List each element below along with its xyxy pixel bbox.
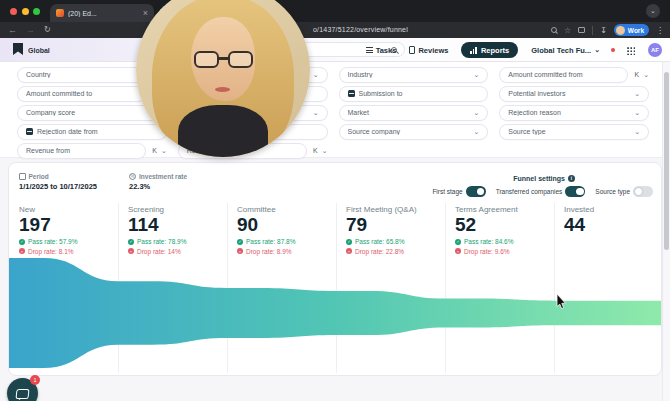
user-avatar[interactable]: AF (648, 43, 662, 57)
nav-reports[interactable]: Reports (461, 42, 518, 58)
filter-cell: Industry⌄ (339, 65, 489, 84)
filter-label: Rejection reason (508, 109, 630, 116)
pass-rate-value: 84.6% (495, 238, 513, 245)
funnel-card: Period 1/1/2025 to 10/17/2025 % Investme… (8, 162, 662, 376)
filter-amount-committed-to[interactable]: Amount committed to (17, 86, 146, 102)
pass-rate-text: Pass rate: 87.8% (246, 238, 296, 245)
filter-submission-to[interactable]: Submission to (339, 86, 489, 102)
toggle-source-type[interactable] (633, 186, 653, 197)
chat-widget-button[interactable]: 1 (7, 378, 38, 401)
filter-source-company[interactable]: Source company⌄ (339, 124, 489, 140)
window-controls[interactable] (10, 8, 40, 15)
fund-selector[interactable]: Global Tech Fu... ⌄ (531, 46, 600, 55)
calendar-icon (26, 128, 33, 135)
funnel-area-chart[interactable] (9, 251, 662, 376)
stage-value: 79 (346, 215, 441, 236)
chevron-down-icon: ⌄ (650, 7, 656, 15)
nav-reviews[interactable]: Reviews (409, 46, 448, 55)
toggle-transferred-companies[interactable] (565, 186, 585, 197)
screen: (20) Ed... × + ⌄ ← → ↻ o/1437/5122/overv… (0, 0, 670, 401)
filter-market[interactable]: Market⌄ (339, 105, 489, 121)
minimize-window-button[interactable] (22, 8, 29, 15)
bookmark-star-icon[interactable]: ☆ (564, 26, 571, 35)
investment-rate-block: % Investment rate 22.3% (129, 173, 187, 191)
toolbar-divider (592, 26, 593, 35)
pass-rate-prefix: Pass rate: (464, 238, 493, 245)
zoom-icon[interactable] (551, 27, 557, 33)
filter-amount-committed-from[interactable]: Amount committed from (499, 67, 628, 83)
filter-rejection-date-from[interactable]: Rejection date from (17, 124, 167, 140)
filter-rejection-reason[interactable]: Rejection reason⌄ (499, 105, 649, 121)
browser-menu-icon[interactable]: ⋮ (656, 26, 664, 35)
filter-revenue-from[interactable]: Revenue from (17, 143, 146, 159)
pass-rate-value: 57.9% (59, 238, 77, 245)
apps-grid-icon[interactable] (626, 46, 635, 55)
funnel-shape[interactable] (9, 258, 662, 368)
setting-label: Transferred companies (496, 188, 563, 195)
toolbar-actions: ☆ ↧ Work ⋮ (551, 22, 664, 38)
page-scrollbar[interactable] (662, 62, 670, 401)
tab-close-icon[interactable]: × (143, 9, 148, 18)
pass-rate-text: Pass rate: 65.8% (355, 238, 405, 245)
pass-rate-text: Pass rate: 84.6% (464, 238, 514, 245)
chevron-down-icon: ⌄ (634, 109, 640, 116)
filter-cell: Source type⌄ (499, 122, 649, 141)
close-window-button[interactable] (10, 8, 17, 15)
filter-label: Company score (26, 109, 148, 116)
tab-search-chevron-icon[interactable]: ⌄ (646, 4, 660, 18)
unit-selector[interactable]: K⌄ (313, 147, 328, 154)
info-icon[interactable]: i (568, 175, 575, 182)
nav-tasks-label: Tasks (376, 46, 397, 55)
reports-chart-icon (470, 47, 477, 54)
filter-label: Source company (348, 128, 470, 135)
stage-value: 52 (455, 215, 550, 236)
funnel-settings-toggles: First stageTransferred companiesSource t… (432, 186, 653, 197)
unit-selector[interactable]: K⌄ (634, 71, 649, 78)
period-value: 1/1/2025 to 10/17/2025 (19, 182, 97, 191)
maximize-window-button[interactable] (33, 8, 40, 15)
percent-icon: % (129, 173, 136, 180)
chevron-down-icon: ⌄ (161, 147, 167, 154)
stage-label: Terms Agreement (455, 205, 550, 214)
side-panel-icon[interactable] (578, 27, 585, 33)
check-icon: ✓ (237, 239, 243, 245)
profile-chip[interactable]: Work (614, 24, 649, 36)
nav-reports-label: Reports (481, 46, 509, 55)
chevron-down-icon: ⌄ (473, 109, 479, 116)
investment-rate-value: 22.3% (129, 182, 187, 191)
calendar-icon (19, 173, 26, 180)
stage-value: 90 (237, 215, 332, 236)
download-icon[interactable]: ↧ (600, 26, 607, 35)
filter-industry[interactable]: Industry⌄ (339, 67, 489, 83)
toggle-knob (576, 188, 584, 196)
browser-tab[interactable]: (20) Ed... × (50, 4, 154, 22)
tab-strip: (20) Ed... × + ⌄ (0, 0, 670, 22)
address-bar[interactable]: o/1437/5122/overview/funnel (313, 26, 408, 33)
webcam-person-lips (215, 87, 230, 92)
stage-label: Invested (564, 205, 659, 214)
pass-rate-row: ✓Pass rate: 84.6% (455, 238, 550, 245)
forward-icon[interactable]: → (26, 26, 35, 35)
unit-selector[interactable]: K⌄ (152, 147, 167, 154)
browser-chrome: (20) Ed... × + ⌄ ← → ↻ o/1437/5122/overv… (0, 0, 670, 38)
pass-rate-text: Pass rate: 78.9% (137, 238, 187, 245)
funnel-settings-title: Funnel settings i (513, 175, 575, 182)
app-logo-icon[interactable] (13, 43, 23, 55)
filter-cell: Amount committed fromK⌄ (499, 65, 649, 84)
setting-source-type: Source type (595, 186, 653, 197)
back-icon[interactable]: ← (8, 26, 17, 35)
filter-potential-investors[interactable]: Potential investors⌄ (499, 86, 649, 102)
filter-source-type[interactable]: Source type⌄ (499, 124, 649, 140)
investment-rate-label: Investment rate (139, 173, 187, 180)
tab-favicon (56, 9, 64, 17)
unit-label: K (152, 147, 157, 154)
stage-value: 44 (564, 215, 659, 236)
funnel-stage: Committee90✓Pass rate: 87.8%×Drop rate: … (227, 203, 336, 255)
check-icon: ✓ (346, 239, 352, 245)
pass-rate-prefix: Pass rate: (246, 238, 275, 245)
reload-icon[interactable]: ↻ (44, 26, 51, 34)
nav-tasks[interactable]: Tasks (366, 46, 397, 55)
filter-cell: Submission to (339, 84, 489, 103)
toggle-first-stage[interactable] (466, 186, 486, 197)
scrollbar-thumb[interactable] (664, 72, 669, 250)
